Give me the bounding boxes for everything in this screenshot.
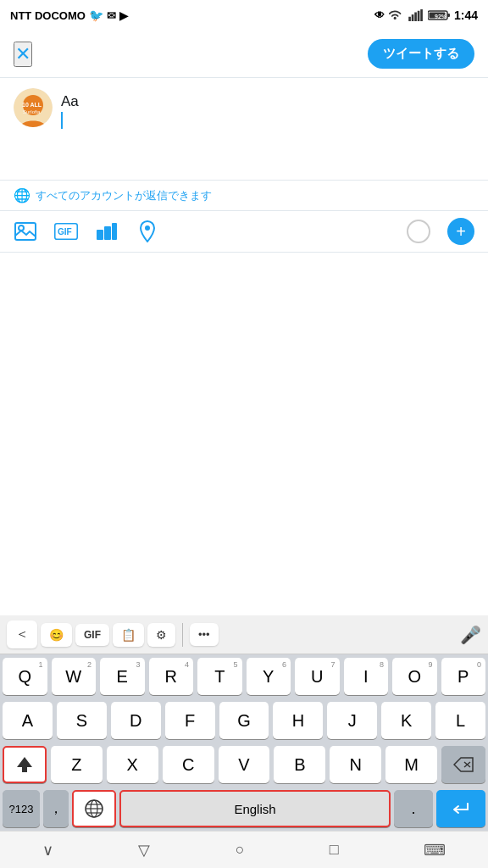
svg-text:92%: 92% [435,14,447,19]
youtube-icon: ▶ [119,9,128,22]
cursor [61,112,63,129]
key-q[interactable]: Q1 [3,658,47,695]
key-x[interactable]: X [107,746,158,783]
keyboard-bottom-row: ?123 ， English . [0,787,488,831]
svg-rect-6 [447,14,450,17]
svg-rect-0 [408,17,411,21]
key-r[interactable]: R4 [149,658,194,695]
reply-info: 🌐 すべてのアカウントが返信できます [0,180,488,211]
nav-recents-button[interactable]: □ [316,834,352,865]
keyboard-mic-button[interactable]: 🎤 [460,625,481,645]
status-bar: NTT DOCOMO 🐦 ✉ ▶ 👁 92% [0,0,488,31]
key-u[interactable]: U7 [295,658,340,695]
status-indicators: 👁 92% 1:44 [374,8,478,22]
time-display: 1:44 [454,8,478,22]
svg-rect-4 [420,9,423,21]
key-h[interactable]: H [273,702,323,739]
eye-icon: 👁 [374,9,385,21]
key-l[interactable]: L [435,702,485,739]
period-key[interactable]: . [394,790,433,827]
keyboard-clipboard-button[interactable]: 📋 [113,623,144,647]
nav-back-button[interactable]: ∨ [29,834,67,866]
keyboard-more-button[interactable]: ••• [190,623,219,646]
key-p[interactable]: P0 [441,658,486,695]
nav-home-button[interactable]: ○ [222,834,258,865]
key-y[interactable]: Y6 [247,658,291,695]
compose-text: Aa [61,92,474,112]
keyboard-top-bar: ＜ 😊 GIF 📋 ⚙ ••• 🎤 [0,615,488,654]
carrier-info: NTT DOCOMO 🐦 ✉ ▶ [10,8,128,22]
globe-key[interactable] [72,790,116,827]
key-t[interactable]: T5 [197,658,242,695]
key-j[interactable]: J [327,702,377,739]
keyboard-back-button[interactable]: ＜ [7,620,37,648]
key-m[interactable]: M [385,746,437,783]
enter-key[interactable] [436,790,485,827]
keyboard-gif-button[interactable]: GIF [75,624,109,646]
nav-down-button[interactable]: ▽ [125,834,164,866]
battery-icon: 92% [428,9,450,21]
num-key[interactable]: ?123 [3,790,40,827]
svg-point-19 [145,225,150,231]
svg-rect-2 [414,13,417,22]
compose-text-area[interactable]: Aa [61,88,474,170]
key-o[interactable]: O9 [392,658,437,695]
mail-icon: ✉ [107,9,116,22]
key-i[interactable]: I8 [344,658,389,695]
key-e[interactable]: E3 [100,658,145,695]
keyboard-row-2: A S D F G H J K L [0,698,488,743]
svg-text:GIF: GIF [58,227,72,236]
key-v[interactable]: V [219,746,270,783]
keyboard: ＜ 😊 GIF 📋 ⚙ ••• 🎤 Q1 W2 E3 R4 T5 Y6 U7 I… [0,615,488,831]
keyboard-settings-button[interactable]: ⚙ [147,623,175,647]
svg-rect-12 [15,223,36,240]
avatar: 10 ALL Surlofia [14,88,53,127]
shift-key[interactable] [3,746,47,783]
svg-rect-1 [412,14,414,21]
tweet-button[interactable]: ツイートする [368,39,474,69]
svg-text:Surlofia: Surlofia [23,109,41,114]
key-c[interactable]: C [163,746,214,783]
twitter-icon: 🐦 [89,8,103,22]
key-z[interactable]: Z [51,746,103,783]
svg-rect-3 [418,11,420,21]
svg-text:10 ALL: 10 ALL [22,102,42,108]
compose-body: 10 ALL Surlofia Aa [0,78,488,180]
key-w[interactable]: W2 [52,658,97,695]
key-n[interactable]: N [330,746,381,783]
comma-key[interactable]: ， [43,790,69,827]
key-s[interactable]: S [57,702,107,739]
key-b[interactable]: B [274,746,325,783]
svg-rect-17 [104,226,111,240]
svg-rect-16 [97,230,103,240]
compose-toolbar: GIF + [0,211,488,253]
keyboard-row-1: Q1 W2 E3 R4 T5 Y6 U7 I8 O9 P0 [0,654,488,698]
gif-button[interactable]: GIF [54,220,78,243]
language-key[interactable]: English [119,790,391,827]
backspace-key[interactable] [441,746,485,783]
keyboard-emoji-button[interactable]: 😊 [41,623,72,647]
signal-icon [408,9,424,21]
image-button[interactable] [14,220,37,243]
globe-icon: 🌐 [14,187,30,203]
keyboard-divider [182,623,183,647]
key-g[interactable]: G [219,702,269,739]
progress-circle [407,220,430,243]
key-d[interactable]: D [111,702,161,739]
wifi-icon [389,9,404,21]
close-button[interactable]: ✕ [14,42,32,67]
key-a[interactable]: A [3,702,53,739]
poll-button[interactable] [95,220,119,243]
compose-header: ✕ ツイートする [0,31,488,78]
carrier-name: NTT DOCOMO [10,9,86,22]
key-f[interactable]: F [165,702,215,739]
add-media-button[interactable]: + [447,218,474,245]
location-button[interactable] [136,220,159,243]
svg-rect-18 [112,223,117,240]
reply-info-text: すべてのアカウントが返信できます [36,188,212,203]
nav-keyboard-button[interactable]: ⌨ [410,834,459,866]
key-k[interactable]: K [381,702,431,739]
nav-bar: ∨ ▽ ○ □ ⌨ [0,831,488,868]
keyboard-row-3: Z X C V B N M [0,743,488,787]
